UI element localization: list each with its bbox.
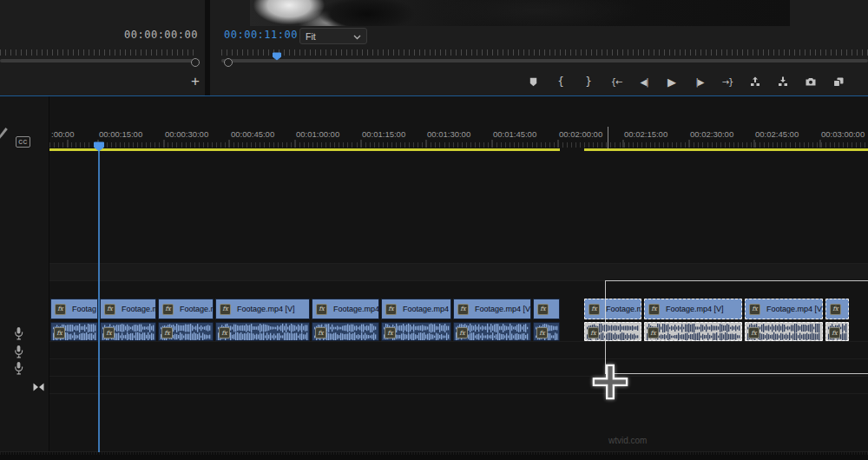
video-clip[interactable]: fxFootage.mp4 [V] [453, 299, 531, 319]
clip-label: Footage.mp4 [V] [475, 305, 531, 313]
audio-clip[interactable]: fx [215, 322, 310, 341]
fx-badge-icon: fx [457, 304, 469, 315]
fx-badge-icon: fx [315, 327, 326, 338]
clip-label: Footage.mp4 [V] [237, 305, 295, 313]
play-icon[interactable]: ▶ [665, 75, 679, 89]
video-clip[interactable]: fxFootage.mp [100, 299, 156, 319]
watermark: wtvid.com [608, 436, 647, 445]
pencil-icon [0, 127, 8, 144]
selection-marquee [605, 280, 868, 374]
fx-badge-icon: fx [536, 327, 548, 338]
ruler-label: 00:03:00:00 [821, 129, 865, 139]
track-header-column [0, 96, 49, 460]
mark-out-icon[interactable]: } [582, 75, 595, 89]
transport-toolbar: { } {← ◀| ▶ |▶ →} [526, 73, 845, 90]
clip-label: Footage.mp4 [V] [403, 305, 451, 313]
fx-badge-icon: fx [220, 304, 231, 315]
fx-badge-icon: fx [385, 304, 397, 315]
go-to-out-icon[interactable]: →} [720, 75, 734, 89]
timeline-bottom-strip[interactable] [0, 451, 868, 460]
work-area-bar[interactable] [584, 148, 868, 151]
fx-badge-icon: fx [104, 304, 115, 315]
export-frame-icon[interactable] [804, 75, 818, 89]
audio-clip[interactable]: fx [50, 322, 98, 341]
video-clip[interactable]: fxFootage.mp4 [V] [215, 299, 310, 319]
fx-badge-icon: fx [162, 304, 174, 315]
fx-badge-icon: fx [54, 327, 65, 338]
video-clip[interactable]: fxFootage.mp4 [V] [381, 299, 451, 319]
program-zoom-handle[interactable] [224, 58, 233, 67]
step-forward-icon[interactable]: |▶ [693, 75, 707, 89]
program-preview-frame [250, 0, 790, 26]
program-zoom-scrollbar[interactable] [221, 59, 868, 62]
add-marker-icon[interactable] [526, 75, 540, 89]
audio-clip[interactable]: fx [453, 322, 531, 341]
voiceover-record-icon-a1[interactable] [13, 326, 24, 344]
lift-icon[interactable] [748, 75, 762, 89]
ruler-label: 00:02:00:00 [559, 129, 602, 139]
ruler-label: 00:01:15:00 [362, 129, 405, 139]
closed-captions-icon[interactable]: CC [16, 136, 30, 148]
fx-badge-icon: fx [537, 304, 549, 315]
premiere-pro-ui: 00:00:00:00 + 00:00:11:00 Fit { } {← ◀| [0, 0, 868, 460]
audio-waveform [216, 323, 309, 341]
crosshair-cursor [592, 364, 628, 404]
track-separator [0, 376, 868, 377]
fx-badge-icon: fx [103, 327, 115, 338]
video-clip[interactable]: fxFootag [50, 299, 98, 319]
ruler-label: 00:00:45:00 [231, 129, 274, 139]
video-clip[interactable]: fxFootage.mp4 [V] [312, 299, 379, 319]
track-v2-row[interactable] [0, 263, 868, 281]
source-mini-ruler[interactable] [0, 49, 198, 56]
source-zoom-scrollbar[interactable] [0, 59, 200, 62]
timeline-ruler-ticks [49, 142, 868, 148]
go-to-in-icon[interactable]: {← [609, 75, 623, 89]
clip-label: Footage.mp [122, 305, 156, 313]
work-area-bar[interactable] [49, 148, 560, 151]
program-monitor-panel: 00:00:11:00 Fit { } {← ◀| ▶ |▶ →} [210, 0, 868, 96]
step-back-icon[interactable]: ◀| [637, 75, 651, 89]
fx-badge-icon: fx [219, 327, 230, 338]
button-editor-icon[interactable] [832, 75, 845, 89]
fx-badge-icon: fx [588, 327, 599, 338]
clip-label: Footage.m [180, 305, 214, 313]
ruler-label: 00:00:15:00 [99, 129, 142, 139]
voiceover-record-icon-a2[interactable] [13, 345, 24, 362]
audio-clip[interactable]: fx [100, 322, 156, 341]
ruler-label: 00:01:30:00 [427, 129, 470, 139]
ruler-label: 00:02:45:00 [755, 129, 799, 139]
ruler-label: 00:01:00:00 [296, 129, 339, 139]
fit-dropdown[interactable]: Fit [299, 28, 367, 44]
fx-badge-icon: fx [457, 327, 468, 338]
fit-dropdown-value: Fit [306, 31, 316, 42]
fx-badge-icon: fx [55, 304, 66, 315]
ruler-label: 00:02:30:00 [690, 129, 733, 139]
ruler-label: 00:00:30:00 [165, 129, 208, 139]
program-mini-ruler[interactable] [221, 49, 868, 56]
audio-clip[interactable]: fx [381, 322, 451, 341]
add-button[interactable]: + [188, 74, 202, 89]
chevron-down-icon [353, 31, 361, 42]
timeline-panel: CC :00:0000:00:15:0000:00:30:0000:00:45:… [0, 96, 868, 460]
fx-badge-icon: fx [589, 304, 600, 315]
audio-clip[interactable]: fx [312, 322, 379, 341]
video-clip[interactable]: fx [533, 299, 560, 319]
track-separator [0, 393, 868, 394]
program-mini-playhead[interactable] [272, 49, 282, 64]
clip-label: Footag [72, 305, 96, 313]
playhead-marker[interactable] [93, 140, 105, 155]
program-timecode[interactable]: 00:00:11:00 [224, 29, 298, 41]
ruler-label: 00:02:15:00 [624, 129, 667, 139]
extract-icon[interactable] [776, 75, 790, 89]
video-clip[interactable]: fxFootage.m [158, 299, 214, 319]
mixer-fit-icon[interactable] [33, 379, 44, 395]
playhead-line[interactable] [98, 144, 100, 452]
voiceover-record-icon-a3[interactable] [13, 361, 24, 378]
audio-clip[interactable]: fx [533, 322, 560, 341]
fx-badge-icon: fx [316, 304, 327, 315]
source-timecode[interactable]: 00:00:00:00 [124, 29, 198, 41]
source-zoom-handle[interactable] [191, 58, 200, 67]
mark-in-icon[interactable]: { [554, 75, 568, 89]
edit-point-indicator [608, 127, 608, 148]
audio-clip[interactable]: fx [158, 322, 214, 341]
